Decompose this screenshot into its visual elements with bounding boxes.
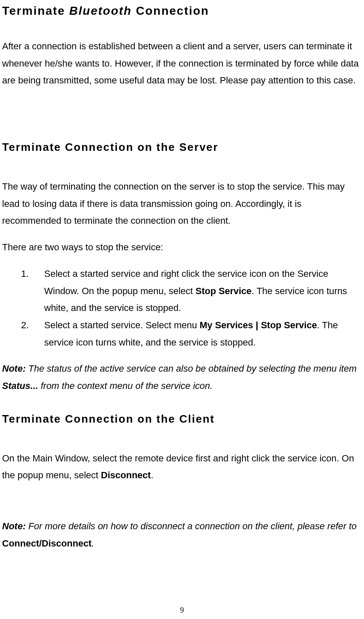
list-number: 1. bbox=[21, 265, 29, 283]
title-part-1: Terminate bbox=[2, 4, 69, 17]
client-bold: Disconnect bbox=[101, 470, 151, 480]
server-paragraph-1: The way of terminating the connection on… bbox=[2, 178, 362, 230]
list-item: 2. Select a started service. Select menu… bbox=[35, 317, 362, 351]
page-number: 9 bbox=[0, 606, 364, 615]
note-client: Note: For more details on how to disconn… bbox=[2, 518, 362, 552]
note-text-b: from the context menu of the service ico… bbox=[38, 381, 213, 391]
client-section-heading: Terminate Connection on the Client bbox=[2, 413, 362, 426]
steps-list: 1. Select a started service and right cl… bbox=[2, 265, 362, 351]
page-title: Terminate Bluetooth Connection bbox=[2, 4, 362, 18]
client-text-a: On the Main Window, select the remote de… bbox=[2, 453, 354, 481]
note-text-b: . bbox=[92, 538, 94, 549]
list-number: 2. bbox=[21, 317, 29, 334]
client-text-b: . bbox=[151, 470, 153, 480]
server-paragraph-2: There are two ways to stop the service: bbox=[2, 239, 362, 256]
note-server: Note: The status of the active service c… bbox=[2, 360, 362, 394]
note-label: Note: bbox=[2, 521, 26, 531]
note-text-a: The status of the active service can als… bbox=[26, 363, 356, 374]
list-bold: My Services | Stop Service bbox=[199, 320, 317, 330]
client-paragraph: On the Main Window, select the remote de… bbox=[2, 450, 362, 484]
list-bold: Stop Service bbox=[196, 286, 252, 296]
note-bold: Connect/Disconnect bbox=[2, 538, 92, 549]
list-text-a: Select a started service. Select menu bbox=[44, 320, 199, 330]
list-item: 1. Select a started service and right cl… bbox=[35, 265, 362, 317]
title-italic: Bluetooth bbox=[69, 4, 132, 17]
intro-paragraph: After a connection is established betwee… bbox=[2, 38, 362, 89]
note-bold: Status... bbox=[2, 381, 38, 391]
note-label: Note: bbox=[2, 363, 26, 374]
server-section-heading: Terminate Connection on the Server bbox=[2, 141, 362, 154]
title-part-2: Connection bbox=[132, 4, 209, 17]
note-text-a: For more details on how to disconnect a … bbox=[26, 521, 356, 531]
